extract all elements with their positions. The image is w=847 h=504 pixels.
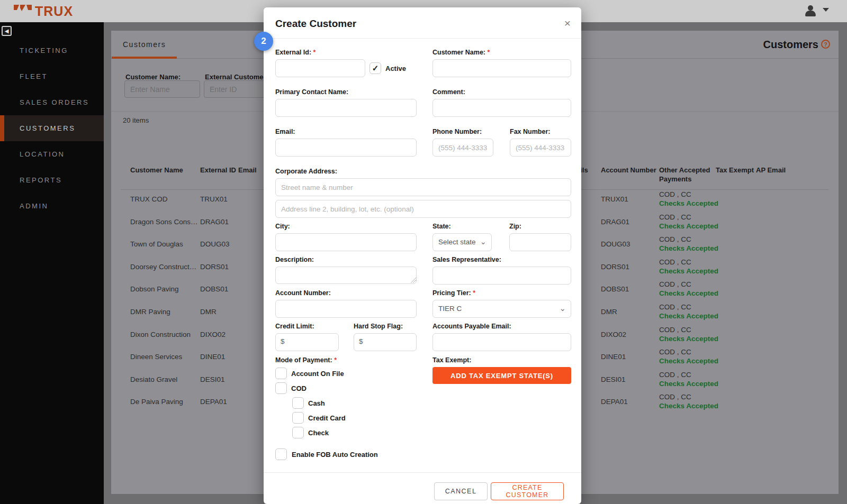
account-number-label: Account Number: xyxy=(275,289,331,297)
corporate-address-label: Corporate Address: xyxy=(275,168,337,175)
tab-active-underline xyxy=(112,57,177,59)
pricing-tier-select[interactable]: TIER C ⌄ xyxy=(432,300,571,318)
primary-contact-field[interactable] xyxy=(275,99,417,117)
user-avatar-icon xyxy=(808,5,813,11)
cell-payments: COD , CC xyxy=(659,235,691,243)
active-checkbox[interactable]: ✓ xyxy=(370,62,381,74)
ap-email-field[interactable] xyxy=(432,333,571,351)
cell-payments-note: Checks Accepted xyxy=(659,199,718,207)
payment-option-label: Credit Card xyxy=(308,414,346,422)
payment-checkbox-check[interactable] xyxy=(292,427,304,438)
currency-prefix: $ xyxy=(281,337,285,345)
cell-customer-name: Doorsey Construction xyxy=(130,263,198,271)
create-customer-modal: Create Customer × External Id: * ✓ Activ… xyxy=(264,7,581,504)
sidebar-item-ticketing[interactable]: TICKETING xyxy=(0,38,104,63)
zip-field[interactable] xyxy=(509,233,571,251)
enable-fob-checkbox[interactable] xyxy=(275,448,287,460)
trux-logo[interactable]: TRUX xyxy=(14,4,73,19)
chevron-down-icon: ⌄ xyxy=(480,233,486,250)
cell-customer-name: Dineen Services xyxy=(130,353,182,361)
tax-exempt-label: Tax Exempt: xyxy=(432,356,471,364)
cell-external-id: DEPA01 xyxy=(200,398,227,406)
state-select[interactable]: Select state ⌄ xyxy=(432,233,492,251)
cell-payments-note: Checks Accepted xyxy=(659,312,718,320)
cell-external-id: DOUG03 xyxy=(200,240,230,248)
credit-limit-field[interactable] xyxy=(275,333,339,351)
phone-field[interactable] xyxy=(432,139,493,157)
cell-account-number: DESI01 xyxy=(601,375,626,383)
col-header-account-number: Account Number xyxy=(601,166,656,175)
payment-option-label: Cash xyxy=(308,399,325,407)
add-tax-exempt-button[interactable]: ADD TAX EXEMPT STATE(S) xyxy=(432,367,571,384)
cell-external-id: DESI01 xyxy=(200,375,225,383)
payment-checkbox-credit-card[interactable] xyxy=(292,412,304,424)
tab-customers[interactable]: Customers xyxy=(123,40,166,49)
phone-label: Phone Number: xyxy=(432,128,482,135)
filter-customer-name-label: Customer Name: xyxy=(125,73,181,81)
sidebar-item-fleet[interactable]: FLEET xyxy=(0,63,104,89)
sidebar-item-sales-orders[interactable]: SALES ORDERS xyxy=(0,89,104,115)
help-icon[interactable]: ? xyxy=(821,40,830,49)
city-field[interactable] xyxy=(275,233,417,251)
close-icon[interactable]: × xyxy=(564,17,571,30)
cell-payments-note: Checks Accepted xyxy=(659,289,718,297)
cancel-button[interactable]: CANCEL xyxy=(434,482,488,500)
fax-label: Fax Number: xyxy=(510,128,550,135)
payment-checkbox-cod[interactable] xyxy=(275,382,287,394)
col-header-other-accepted-2: Payments xyxy=(659,175,691,184)
customer-name-field[interactable] xyxy=(432,59,571,77)
comment-field[interactable] xyxy=(432,99,571,117)
payment-checkbox-account-on-file[interactable] xyxy=(275,368,287,379)
cell-account-number: DINE01 xyxy=(601,353,626,361)
description-label: Description: xyxy=(275,256,314,263)
step-2-badge: 2 xyxy=(254,32,273,51)
payment-checkbox-cash[interactable] xyxy=(292,397,304,409)
sales-rep-label: Sales Representative: xyxy=(432,256,501,263)
sales-rep-field[interactable] xyxy=(432,267,571,285)
active-label: Active xyxy=(385,65,406,72)
description-field[interactable] xyxy=(275,267,417,284)
col-header-other-accepted-1: Other Accepted xyxy=(659,166,710,175)
sidebar-item-admin[interactable]: ADMIN xyxy=(0,193,104,219)
email-field[interactable] xyxy=(275,139,417,157)
modal-footer-divider xyxy=(264,472,581,473)
cell-payments: COD , CC xyxy=(659,258,691,266)
filter-customer-name-input[interactable] xyxy=(124,80,200,98)
street-field[interactable] xyxy=(275,178,571,196)
account-number-field[interactable] xyxy=(275,300,417,318)
trux-logo-icon xyxy=(14,5,32,19)
enable-fob-label: Enable FOB Auto Creation xyxy=(292,451,378,459)
cell-external-id: DIXO02 xyxy=(200,331,226,338)
cell-external-id: DOBS01 xyxy=(200,285,228,293)
primary-contact-label: Primary Contact Name: xyxy=(275,88,348,96)
sidebar: ◀ TICKETINGFLEETSALES ORDERSCUSTOMERSLOC… xyxy=(0,22,104,504)
cell-account-number: DMR xyxy=(601,308,617,316)
cell-customer-name: Dragon Sons Constru… xyxy=(130,218,198,226)
cell-customer-name: Desiato Gravel xyxy=(130,375,177,383)
cell-customer-name: DMR Paving xyxy=(130,308,170,316)
zip-label: Zip: xyxy=(509,223,521,230)
user-menu[interactable] xyxy=(804,5,825,17)
cell-customer-name: De Paiva Paving xyxy=(130,398,183,406)
col-header-ap-email: AP Email xyxy=(756,166,786,175)
external-id-label: External Id: * xyxy=(275,49,316,56)
create-customer-button[interactable]: CREATE CUSTOMER xyxy=(491,482,564,500)
sidebar-item-reports[interactable]: REPORTS xyxy=(0,167,104,193)
sidebar-item-location[interactable]: LOCATION xyxy=(0,141,104,167)
resize-grip-icon[interactable] xyxy=(411,278,416,283)
sidebar-collapse-button[interactable]: ◀ xyxy=(2,26,12,36)
sidebar-item-customers[interactable]: CUSTOMERS xyxy=(0,115,104,141)
cell-payments-note: Checks Accepted xyxy=(659,380,718,388)
state-label: State: xyxy=(432,223,451,230)
col-header-tax-exempt: Tax Exempt xyxy=(716,166,754,175)
col-header-customer-name: Customer Name xyxy=(130,166,183,175)
mode-of-payment-label: Mode of Payment: * xyxy=(275,356,337,364)
sidebar-nav: TICKETINGFLEETSALES ORDERSCUSTOMERSLOCAT… xyxy=(0,38,104,219)
external-id-field[interactable] xyxy=(275,59,365,77)
address2-field[interactable] xyxy=(275,200,571,218)
cell-external-id: DINE01 xyxy=(200,353,225,361)
fax-field[interactable] xyxy=(510,139,571,157)
chevron-down-icon xyxy=(823,8,829,12)
trux-logo-text: TRUX xyxy=(35,4,73,19)
cell-payments: COD , CC xyxy=(659,213,691,221)
